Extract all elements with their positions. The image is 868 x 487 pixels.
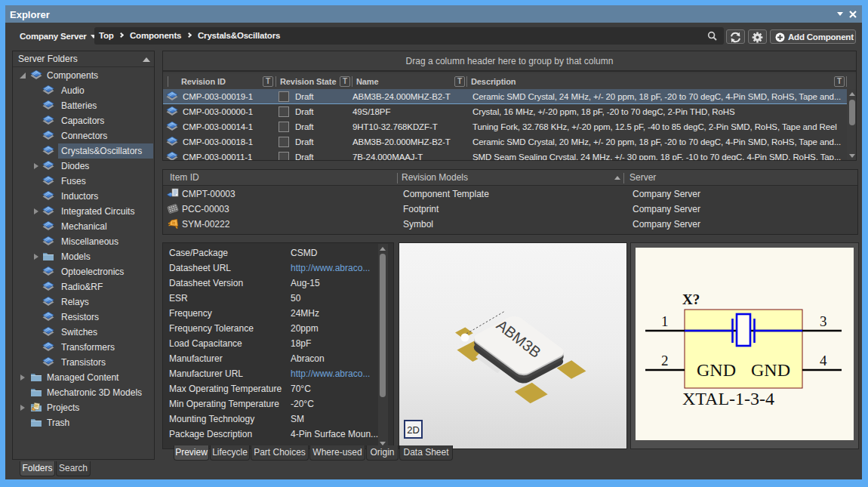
- svg-text:4: 4: [820, 353, 827, 368]
- svg-text:X?: X?: [682, 291, 700, 307]
- svg-text:2: 2: [661, 353, 669, 368]
- svg-text:GND: GND: [751, 360, 790, 380]
- svg-text:3: 3: [820, 313, 827, 329]
- svg-text:1: 1: [661, 313, 669, 329]
- svg-text:XTAL-1-3-4: XTAL-1-3-4: [682, 389, 774, 408]
- svg-text:GND: GND: [697, 360, 736, 380]
